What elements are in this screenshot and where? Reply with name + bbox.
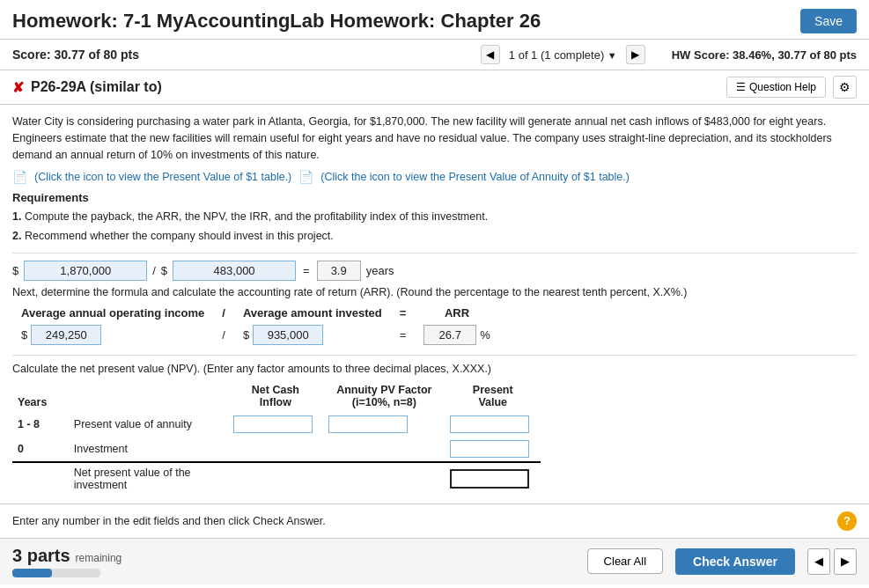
hint-text: Enter any number in the edit fields and … (12, 515, 837, 527)
bottom-bar: 3 parts remaining Clear All Check Answer… (0, 538, 869, 584)
parts-sub: remaining (76, 552, 122, 564)
npv-row2-years: 0 (12, 437, 69, 462)
question-status-icon: ✘ (12, 79, 24, 96)
npv-col-annuity-label2: (i=10%, n=8) (352, 396, 416, 408)
requirements-title: Requirements (12, 191, 857, 204)
npv-col-annuity-header: Annuity PV Factor (i=10%, n=8) (323, 380, 445, 412)
npv-col-net-cash-header: Net Cash Inflow (228, 380, 324, 412)
payback-dollar2: $ (161, 264, 169, 277)
progress-bar-container (12, 569, 100, 577)
nav-page-info: 1 of 1 (1 complete) (509, 48, 604, 62)
req-item-label-2: 2. (12, 230, 25, 242)
npv-row1-desc: Present value of annuity (69, 412, 228, 437)
req-item-2: Recommend whether the company should inv… (25, 230, 334, 242)
footer-hint: Enter any number in the edit fields and … (0, 503, 869, 538)
npv-row-1-8: 1 - 8 Present value of annuity (12, 412, 541, 437)
payback-unit: years (365, 264, 396, 277)
npv-row2-input2-cell (323, 437, 445, 462)
npv-row2-input3[interactable] (450, 440, 529, 458)
arr-slash-cell: / (213, 322, 234, 348)
npv-row1-input1[interactable] (233, 415, 313, 433)
payback-slash: / (151, 264, 158, 277)
nav-dropdown-icon[interactable]: ▼ (608, 50, 617, 61)
npv-col-present-header: Present Value (445, 380, 541, 412)
npv-section: Calculate the net present value (NPV). (… (12, 363, 857, 495)
question-actions: ☰ Question Help ⚙ (726, 76, 857, 99)
npv-row3-input3[interactable] (450, 469, 529, 489)
npv-row3-input2-cell (323, 462, 445, 495)
req-item-1: Compute the payback, the ARR, the NPV, t… (25, 210, 488, 223)
arr-data-cell1: $ 249,250 (12, 322, 213, 348)
link2-icon: 📄 (298, 170, 313, 184)
parts-remaining: 3 parts remaining (12, 546, 122, 577)
arr-instruction: Next, determine the formula and calculat… (12, 286, 857, 298)
payback-result: 3.9 (317, 261, 361, 281)
npv-row1-input1-cell (228, 412, 324, 437)
npv-col-net-cash-label: Net Cash (252, 384, 299, 396)
npv-table: Years Net Cash Inflow Annuity PV Factor … (12, 380, 541, 495)
requirements-section: Requirements 1. Compute the payback, the… (12, 191, 857, 246)
save-button[interactable]: Save (800, 9, 857, 33)
arr-value2: 935,000 (253, 325, 323, 345)
question-help-icon: ☰ (736, 81, 746, 93)
arr-table: Average annual operating income / Averag… (12, 304, 499, 348)
question-help-button[interactable]: ☰ Question Help (726, 77, 826, 98)
question-title-area: ✘ P26-29A (similar to) (12, 79, 162, 96)
link1-icon: 📄 (12, 170, 27, 184)
arr-instruction-text: Next, determine the formula and calculat… (12, 286, 687, 298)
npv-col-desc-header (69, 380, 228, 412)
npv-row2-input3-cell (445, 437, 541, 462)
npv-row3-input1-cell (228, 462, 324, 495)
bottom-nav: ◀ ▶ (807, 548, 857, 575)
nav-controls: ◀ 1 of 1 (1 complete) ▼ ▶ (481, 45, 645, 64)
link1[interactable]: (Click the icon to view the Present Valu… (34, 171, 291, 183)
payback-dollar1: $ (12, 264, 20, 277)
arr-equals-cell: = (391, 322, 416, 348)
npv-row1-input2-cell (323, 412, 445, 437)
npv-row1-input2[interactable] (328, 415, 408, 433)
arr-col1-header: Average annual operating income (12, 304, 213, 322)
problem-text: Water City is considering purchasing a w… (12, 114, 857, 163)
link2[interactable]: (Click the icon to view the Present Valu… (320, 171, 630, 183)
help-circle-button[interactable]: ? (837, 511, 857, 531)
arr-slash-header: / (213, 304, 234, 322)
arr-value1: 249,250 (31, 325, 101, 345)
npv-row1-years: 1 - 8 (12, 412, 69, 437)
npv-header-row: Years Net Cash Inflow Annuity PV Factor … (12, 380, 541, 412)
npv-row3-years (12, 462, 69, 495)
payback-equals: = (299, 264, 313, 277)
question-gear-button[interactable]: ⚙ (833, 76, 857, 99)
bottom-nav-prev-button[interactable]: ◀ (807, 548, 830, 575)
arr-dollar1: $ (21, 328, 27, 342)
npv-col-present-label2: Value (478, 396, 507, 408)
npv-col-years-header: Years (12, 380, 69, 412)
progress-bar-fill (12, 569, 52, 577)
check-answer-button[interactable]: Check Answer (675, 548, 795, 575)
npv-row-total: Net present value of the investment (12, 462, 541, 495)
nav-prev-button[interactable]: ◀ (481, 45, 500, 64)
nav-next-button[interactable]: ▶ (626, 45, 645, 64)
payback-row: $ 1,870,000 / $ 483,000 = 3.9 years (12, 261, 857, 281)
arr-data-cell2: $ 935,000 (234, 322, 391, 348)
arr-dollar2: $ (243, 328, 249, 342)
npv-row2-input1-cell (228, 437, 324, 462)
hw-score-label: HW Score: 38.46%, 30.77 of 80 pts (672, 48, 857, 62)
arr-equals-header: = (391, 304, 416, 322)
score-label: Score: 30.77 of 80 pts (12, 48, 481, 62)
clear-all-button[interactable]: Clear All (587, 548, 663, 574)
arr-data-row: $ 249,250 / $ 935,000 = 26.7 % (12, 322, 499, 348)
npv-col-annuity-label: Annuity PV Factor (336, 384, 431, 396)
arr-col2-header: Average amount invested (234, 304, 391, 322)
bottom-nav-next-button[interactable]: ▶ (834, 548, 857, 575)
req-item-label-1: 1. (12, 210, 25, 223)
npv-row1-input3[interactable] (450, 415, 529, 433)
npv-row3-desc: Net present value of the investment (69, 462, 228, 495)
arr-header-row: Average annual operating income / Averag… (12, 304, 499, 322)
arr-unit: % (480, 328, 490, 342)
page-title: Homework: 7-1 MyAccountingLab Homework: … (12, 10, 541, 33)
arr-result-cell: 26.7 % (415, 322, 499, 348)
npv-row2-desc: Investment (69, 437, 228, 462)
npv-row1-input3-cell (445, 412, 541, 437)
npv-row3-input3-cell (445, 462, 541, 495)
npv-instruction: Calculate the net present value (NPV). (… (12, 363, 857, 375)
